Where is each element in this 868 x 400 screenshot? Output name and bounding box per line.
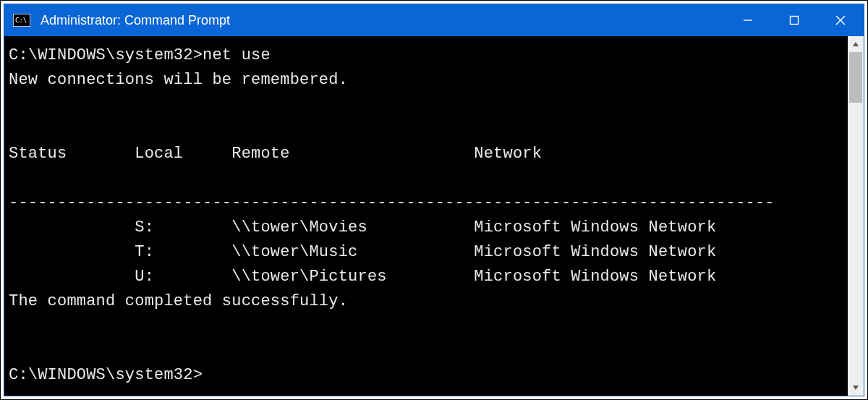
svg-rect-3: [791, 17, 799, 25]
scrollbar-thumb[interactable]: [849, 52, 862, 103]
window-title: Administrator: Command Prompt: [41, 13, 725, 28]
window-buttons: [725, 4, 864, 36]
svg-marker-6: [853, 42, 859, 46]
scroll-down-arrow-icon[interactable]: [848, 380, 864, 396]
close-button[interactable]: [817, 4, 864, 36]
scroll-up-arrow-icon[interactable]: [848, 36, 864, 52]
titlebar[interactable]: C:\ Administrator: Command Prompt: [4, 4, 864, 36]
client-area: C:\WINDOWS\system32>net use New connecti…: [4, 36, 864, 396]
command-prompt-window: C:\ Administrator: Command Prompt C:\WIN…: [4, 4, 864, 396]
svg-marker-7: [853, 386, 859, 390]
cmd-icon: C:\: [12, 12, 32, 28]
scrollbar-track[interactable]: [848, 52, 864, 380]
scrollbar-vertical[interactable]: [848, 36, 864, 396]
terminal-output[interactable]: C:\WINDOWS\system32>net use New connecti…: [4, 36, 848, 396]
maximize-button[interactable]: [771, 4, 817, 36]
minimize-button[interactable]: [725, 4, 771, 36]
svg-text:C:\: C:\: [15, 17, 27, 24]
